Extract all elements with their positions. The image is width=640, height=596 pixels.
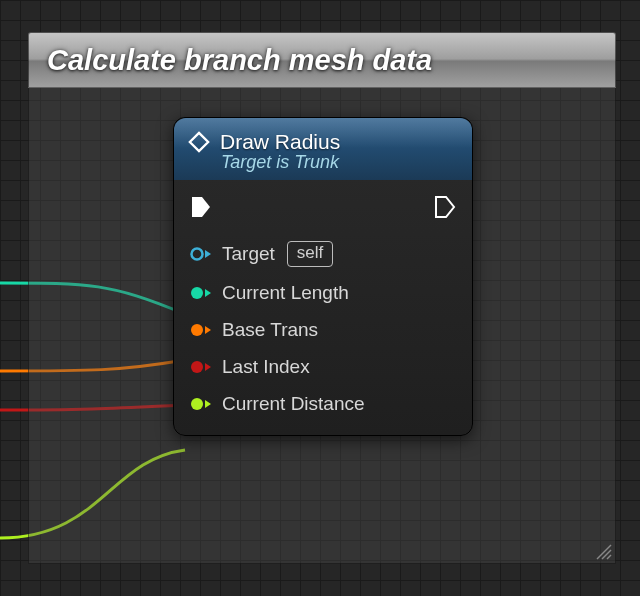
- svg-marker-3: [190, 132, 208, 150]
- pin-icon[interactable]: [190, 282, 212, 304]
- input-pin-last-index[interactable]: Last Index: [186, 350, 460, 384]
- pin-label: Last Index: [222, 356, 310, 378]
- input-pin-current-length[interactable]: Current Length: [186, 276, 460, 310]
- svg-point-6: [191, 287, 203, 299]
- svg-marker-11: [205, 363, 211, 371]
- svg-marker-5: [205, 250, 211, 258]
- self-badge[interactable]: self: [287, 241, 333, 267]
- comment-title[interactable]: Calculate branch mesh data: [28, 32, 616, 88]
- svg-point-12: [191, 398, 203, 410]
- pin-label: Current Length: [222, 282, 349, 304]
- input-pin-base-trans[interactable]: Base Trans: [186, 313, 460, 347]
- pin-icon[interactable]: [190, 319, 212, 341]
- node-title: Draw Radius: [220, 130, 340, 154]
- svg-point-10: [191, 361, 203, 373]
- svg-point-4: [192, 249, 203, 260]
- input-pin-current-distance[interactable]: Current Distance: [186, 387, 460, 421]
- node-body: Target self Current Length Base Trans: [174, 180, 472, 435]
- pin-icon[interactable]: [190, 356, 212, 378]
- pin-label: Base Trans: [222, 319, 318, 341]
- svg-marker-9: [205, 326, 211, 334]
- node-draw-radius[interactable]: Draw Radius Target is Trunk: [173, 117, 473, 436]
- exec-in-pin[interactable]: [190, 196, 212, 218]
- comment-title-text: Calculate branch mesh data: [47, 44, 432, 77]
- exec-out-pin[interactable]: [434, 196, 456, 218]
- svg-marker-13: [205, 400, 211, 408]
- pin-icon[interactable]: [190, 393, 212, 415]
- function-icon: [188, 131, 210, 153]
- svg-line-2: [607, 555, 611, 559]
- input-pin-target[interactable]: Target self: [186, 235, 460, 273]
- resize-grip-icon[interactable]: [594, 542, 612, 560]
- node-subtitle: Target is Trunk: [221, 152, 458, 173]
- pin-label: Current Distance: [222, 393, 365, 415]
- svg-marker-7: [205, 289, 211, 297]
- pin-label: Target: [222, 243, 275, 265]
- svg-line-1: [602, 550, 611, 559]
- pin-icon[interactable]: [190, 243, 212, 265]
- svg-point-8: [191, 324, 203, 336]
- node-header[interactable]: Draw Radius Target is Trunk: [174, 118, 472, 180]
